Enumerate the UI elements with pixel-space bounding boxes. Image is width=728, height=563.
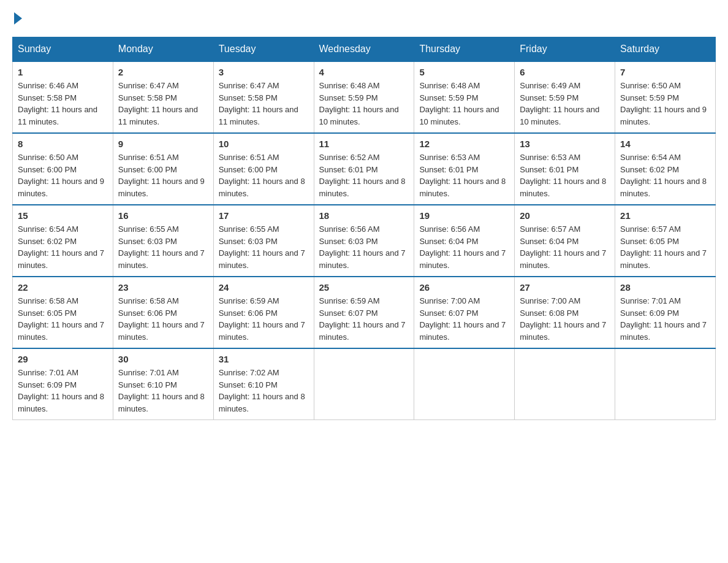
calendar-cell: 17 Sunrise: 6:55 AM Sunset: 6:03 PM Dayl…	[213, 205, 314, 277]
calendar-cell: 6 Sunrise: 6:49 AM Sunset: 5:59 PM Dayli…	[515, 61, 615, 133]
calendar-week-3: 15 Sunrise: 6:54 AM Sunset: 6:02 PM Dayl…	[13, 205, 716, 277]
day-number: 24	[219, 282, 309, 293]
day-info: Sunrise: 6:52 AM Sunset: 6:01 PM Dayligh…	[319, 151, 409, 199]
day-number: 30	[118, 354, 208, 364]
calendar-header: SundayMondayTuesdayWednesdayThursdayFrid…	[13, 37, 716, 62]
day-number: 3	[219, 67, 309, 77]
calendar-cell	[615, 348, 716, 420]
day-number: 22	[18, 282, 108, 293]
day-number: 20	[520, 210, 610, 221]
day-number: 12	[419, 139, 509, 149]
day-info: Sunrise: 7:02 AM Sunset: 6:10 PM Dayligh…	[219, 367, 309, 415]
calendar-cell	[414, 348, 515, 420]
day-info: Sunrise: 7:01 AM Sunset: 6:09 PM Dayligh…	[18, 367, 108, 415]
calendar-cell: 2 Sunrise: 6:47 AM Sunset: 5:58 PM Dayli…	[113, 61, 213, 133]
calendar-cell: 14 Sunrise: 6:54 AM Sunset: 6:02 PM Dayl…	[615, 133, 716, 205]
day-info: Sunrise: 6:58 AM Sunset: 6:06 PM Dayligh…	[118, 295, 208, 343]
day-info: Sunrise: 7:01 AM Sunset: 6:09 PM Dayligh…	[620, 295, 710, 343]
day-number: 27	[520, 282, 610, 293]
day-info: Sunrise: 6:53 AM Sunset: 6:01 PM Dayligh…	[419, 151, 509, 199]
calendar-cell: 23 Sunrise: 6:58 AM Sunset: 6:06 PM Dayl…	[113, 277, 213, 348]
day-info: Sunrise: 6:55 AM Sunset: 6:03 PM Dayligh…	[219, 223, 309, 271]
day-info: Sunrise: 6:48 AM Sunset: 5:59 PM Dayligh…	[319, 80, 409, 128]
calendar-cell: 29 Sunrise: 7:01 AM Sunset: 6:09 PM Dayl…	[13, 348, 113, 420]
calendar-cell	[314, 348, 414, 420]
day-number: 6	[520, 67, 610, 77]
header-cell-tuesday: Tuesday	[213, 37, 314, 62]
calendar-table: SundayMondayTuesdayWednesdayThursdayFrid…	[12, 37, 716, 420]
day-info: Sunrise: 6:59 AM Sunset: 6:06 PM Dayligh…	[219, 295, 309, 343]
header	[12, 12, 716, 25]
logo-triangle-icon	[14, 12, 22, 25]
calendar-cell: 25 Sunrise: 6:59 AM Sunset: 6:07 PM Dayl…	[314, 277, 414, 348]
day-number: 18	[319, 210, 409, 221]
calendar-cell: 10 Sunrise: 6:51 AM Sunset: 6:00 PM Dayl…	[213, 133, 314, 205]
day-number: 19	[419, 210, 509, 221]
calendar-cell: 19 Sunrise: 6:56 AM Sunset: 6:04 PM Dayl…	[414, 205, 515, 277]
calendar-cell: 3 Sunrise: 6:47 AM Sunset: 5:58 PM Dayli…	[213, 61, 314, 133]
calendar-cell: 24 Sunrise: 6:59 AM Sunset: 6:06 PM Dayl…	[213, 277, 314, 348]
day-info: Sunrise: 6:51 AM Sunset: 6:00 PM Dayligh…	[219, 151, 309, 199]
calendar-cell	[515, 348, 615, 420]
logo	[12, 12, 22, 25]
day-info: Sunrise: 6:49 AM Sunset: 5:59 PM Dayligh…	[520, 80, 610, 128]
calendar-body: 1 Sunrise: 6:46 AM Sunset: 5:58 PM Dayli…	[13, 61, 716, 420]
day-info: Sunrise: 6:56 AM Sunset: 6:03 PM Dayligh…	[319, 223, 409, 271]
calendar-week-1: 1 Sunrise: 6:46 AM Sunset: 5:58 PM Dayli…	[13, 61, 716, 133]
day-info: Sunrise: 6:57 AM Sunset: 6:05 PM Dayligh…	[620, 223, 710, 271]
header-cell-sunday: Sunday	[13, 37, 113, 62]
day-number: 11	[319, 139, 409, 149]
calendar-cell: 12 Sunrise: 6:53 AM Sunset: 6:01 PM Dayl…	[414, 133, 515, 205]
day-number: 14	[620, 139, 710, 149]
calendar-cell: 18 Sunrise: 6:56 AM Sunset: 6:03 PM Dayl…	[314, 205, 414, 277]
day-number: 25	[319, 282, 409, 293]
day-number: 31	[219, 354, 309, 364]
header-row: SundayMondayTuesdayWednesdayThursdayFrid…	[13, 37, 716, 62]
day-info: Sunrise: 6:50 AM Sunset: 5:59 PM Dayligh…	[620, 80, 710, 128]
day-info: Sunrise: 6:56 AM Sunset: 6:04 PM Dayligh…	[419, 223, 509, 271]
day-number: 28	[620, 282, 710, 293]
day-info: Sunrise: 6:59 AM Sunset: 6:07 PM Dayligh…	[319, 295, 409, 343]
calendar-week-2: 8 Sunrise: 6:50 AM Sunset: 6:00 PM Dayli…	[13, 133, 716, 205]
day-number: 4	[319, 67, 409, 77]
day-info: Sunrise: 6:46 AM Sunset: 5:58 PM Dayligh…	[18, 80, 108, 128]
day-info: Sunrise: 6:47 AM Sunset: 5:58 PM Dayligh…	[219, 80, 309, 128]
calendar-cell: 8 Sunrise: 6:50 AM Sunset: 6:00 PM Dayli…	[13, 133, 113, 205]
calendar-cell: 26 Sunrise: 7:00 AM Sunset: 6:07 PM Dayl…	[414, 277, 515, 348]
calendar-cell: 9 Sunrise: 6:51 AM Sunset: 6:00 PM Dayli…	[113, 133, 213, 205]
day-info: Sunrise: 6:50 AM Sunset: 6:00 PM Dayligh…	[18, 151, 108, 199]
calendar-week-5: 29 Sunrise: 7:01 AM Sunset: 6:09 PM Dayl…	[13, 348, 716, 420]
day-info: Sunrise: 7:01 AM Sunset: 6:10 PM Dayligh…	[118, 367, 208, 415]
day-info: Sunrise: 6:51 AM Sunset: 6:00 PM Dayligh…	[118, 151, 208, 199]
day-number: 7	[620, 67, 710, 77]
calendar-cell: 11 Sunrise: 6:52 AM Sunset: 6:01 PM Dayl…	[314, 133, 414, 205]
day-number: 17	[219, 210, 309, 221]
day-number: 29	[18, 354, 108, 364]
header-cell-saturday: Saturday	[615, 37, 716, 62]
day-number: 10	[219, 139, 309, 149]
calendar-cell: 31 Sunrise: 7:02 AM Sunset: 6:10 PM Dayl…	[213, 348, 314, 420]
header-cell-monday: Monday	[113, 37, 213, 62]
day-number: 1	[18, 67, 108, 77]
calendar-cell: 28 Sunrise: 7:01 AM Sunset: 6:09 PM Dayl…	[615, 277, 716, 348]
day-info: Sunrise: 6:54 AM Sunset: 6:02 PM Dayligh…	[620, 151, 710, 199]
day-info: Sunrise: 7:00 AM Sunset: 6:08 PM Dayligh…	[520, 295, 610, 343]
day-number: 16	[118, 210, 208, 221]
day-info: Sunrise: 6:57 AM Sunset: 6:04 PM Dayligh…	[520, 223, 610, 271]
day-info: Sunrise: 6:48 AM Sunset: 5:59 PM Dayligh…	[419, 80, 509, 128]
calendar-week-4: 22 Sunrise: 6:58 AM Sunset: 6:05 PM Dayl…	[13, 277, 716, 348]
calendar-cell: 22 Sunrise: 6:58 AM Sunset: 6:05 PM Dayl…	[13, 277, 113, 348]
day-info: Sunrise: 6:55 AM Sunset: 6:03 PM Dayligh…	[118, 223, 208, 271]
calendar-cell: 20 Sunrise: 6:57 AM Sunset: 6:04 PM Dayl…	[515, 205, 615, 277]
day-number: 8	[18, 139, 108, 149]
day-number: 23	[118, 282, 208, 293]
calendar-cell: 30 Sunrise: 7:01 AM Sunset: 6:10 PM Dayl…	[113, 348, 213, 420]
calendar-cell: 4 Sunrise: 6:48 AM Sunset: 5:59 PM Dayli…	[314, 61, 414, 133]
calendar-cell: 21 Sunrise: 6:57 AM Sunset: 6:05 PM Dayl…	[615, 205, 716, 277]
calendar-cell: 15 Sunrise: 6:54 AM Sunset: 6:02 PM Dayl…	[13, 205, 113, 277]
calendar-cell: 27 Sunrise: 7:00 AM Sunset: 6:08 PM Dayl…	[515, 277, 615, 348]
header-cell-thursday: Thursday	[414, 37, 515, 62]
calendar-cell: 7 Sunrise: 6:50 AM Sunset: 5:59 PM Dayli…	[615, 61, 716, 133]
day-number: 13	[520, 139, 610, 149]
day-number: 21	[620, 210, 710, 221]
